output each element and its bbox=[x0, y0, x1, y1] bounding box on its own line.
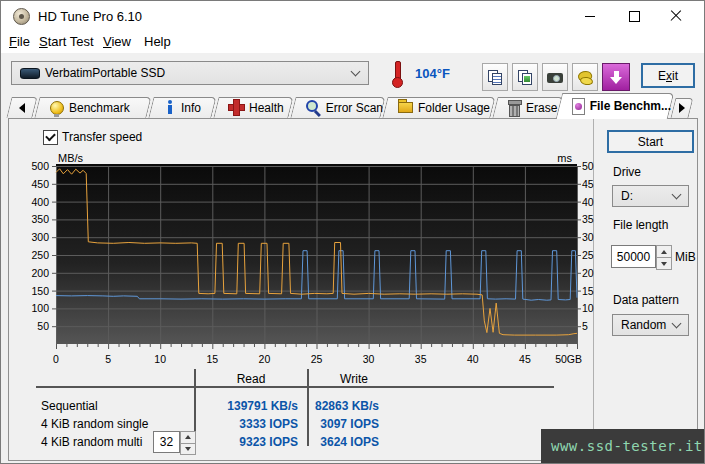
svg-text:5: 5 bbox=[582, 320, 588, 332]
chevron-down-icon bbox=[672, 319, 682, 329]
magnifier-icon bbox=[306, 100, 321, 115]
menu-view[interactable]: View bbox=[103, 34, 131, 49]
svg-text:30: 30 bbox=[582, 231, 594, 243]
queue-depth-stepper[interactable] bbox=[180, 431, 196, 455]
svg-text:0: 0 bbox=[53, 353, 59, 365]
tab-scroll-right-button[interactable] bbox=[673, 98, 691, 118]
copy-text-button[interactable] bbox=[482, 63, 508, 91]
maximize-icon bbox=[629, 11, 640, 22]
read-header: Read bbox=[206, 372, 296, 386]
svg-text:20: 20 bbox=[259, 353, 271, 365]
bulb-icon bbox=[50, 101, 64, 115]
svg-text:300: 300 bbox=[31, 231, 49, 243]
maximize-button[interactable] bbox=[618, 1, 650, 31]
write-value: 82863 KB/s bbox=[279, 399, 379, 413]
download-button[interactable] bbox=[602, 63, 630, 91]
menu-help[interactable]: Help bbox=[144, 34, 171, 49]
tab-benchmark[interactable]: Benchmark bbox=[37, 97, 149, 118]
camera-icon bbox=[547, 70, 563, 84]
data-pattern-value: Random bbox=[621, 318, 666, 332]
svg-text:50GB: 50GB bbox=[555, 353, 582, 365]
stepper-down-icon[interactable] bbox=[657, 258, 671, 269]
drive-selector-combobox[interactable]: VerbatimPortable SSD bbox=[11, 61, 369, 85]
transfer-speed-label: Transfer speed bbox=[62, 130, 142, 144]
svg-text:25: 25 bbox=[311, 353, 323, 365]
file-length-input[interactable]: 50000 bbox=[611, 245, 656, 268]
drive-value: D: bbox=[621, 189, 633, 203]
transfer-speed-checkbox[interactable] bbox=[43, 130, 58, 145]
chevron-down-icon bbox=[672, 190, 682, 200]
menu-file[interactable]: File bbox=[9, 34, 30, 49]
svg-text:35: 35 bbox=[415, 353, 427, 365]
left-arrow-icon bbox=[19, 103, 25, 113]
exit-button[interactable]: Exit bbox=[641, 63, 695, 88]
svg-text:30: 30 bbox=[363, 353, 375, 365]
data-pattern-combobox[interactable]: Random bbox=[612, 314, 689, 336]
tab-scroll-left-button[interactable] bbox=[9, 97, 35, 118]
menu-bar: File Start Test View Help bbox=[1, 31, 704, 53]
drive-label: Drive bbox=[613, 165, 641, 179]
file-length-stepper[interactable] bbox=[656, 245, 672, 270]
stepper-down-icon[interactable] bbox=[181, 444, 195, 455]
health-cross-icon bbox=[229, 100, 244, 115]
svg-text:45: 45 bbox=[519, 353, 531, 365]
tab-error-scan[interactable]: Error Scan bbox=[293, 97, 383, 118]
close-button[interactable] bbox=[660, 1, 692, 31]
row-label: 4 KiB random single bbox=[41, 417, 148, 431]
row-label: Sequential bbox=[41, 399, 98, 413]
data-pattern-label: Data pattern bbox=[613, 293, 679, 307]
donate-button[interactable] bbox=[572, 63, 598, 91]
start-button[interactable]: Start bbox=[607, 130, 694, 153]
right-arrow-icon bbox=[679, 103, 685, 113]
tab-file-benchmark[interactable]: File Benchm... bbox=[559, 93, 671, 119]
svg-text:400: 400 bbox=[31, 196, 49, 208]
svg-text:450: 450 bbox=[31, 178, 49, 190]
file-benchmark-icon bbox=[572, 98, 585, 115]
write-value: 3097 IOPS bbox=[279, 417, 379, 431]
svg-text:45: 45 bbox=[582, 178, 594, 190]
svg-text:200: 200 bbox=[31, 267, 49, 279]
folder-icon bbox=[398, 102, 413, 115]
tab-folder-usage[interactable]: Folder Usage bbox=[385, 97, 493, 118]
table-header-underline bbox=[36, 386, 554, 388]
disk-icon bbox=[20, 68, 40, 79]
write-header: Write bbox=[309, 372, 399, 386]
app-icon bbox=[13, 8, 30, 25]
close-icon bbox=[670, 10, 682, 22]
svg-text:150: 150 bbox=[31, 285, 49, 297]
minimize-button[interactable] bbox=[574, 1, 606, 31]
row-label: 4 KiB random multi bbox=[41, 435, 142, 449]
tab-erase[interactable]: Erase bbox=[495, 97, 561, 118]
svg-text:350: 350 bbox=[31, 213, 49, 225]
stepper-up-icon[interactable] bbox=[181, 432, 195, 444]
thermometer-icon[interactable] bbox=[390, 61, 404, 88]
svg-text:40: 40 bbox=[582, 196, 594, 208]
copy-image-button[interactable] bbox=[512, 63, 538, 91]
svg-text:ms: ms bbox=[557, 152, 572, 164]
svg-text:25: 25 bbox=[582, 249, 594, 261]
hands-icon bbox=[577, 70, 593, 85]
file-length-unit: MiB bbox=[675, 250, 696, 264]
app-window: HD Tune Pro 6.10 File Start Test View He… bbox=[0, 0, 705, 464]
tab-info[interactable]: Info bbox=[151, 97, 214, 118]
svg-text:10: 10 bbox=[154, 353, 166, 365]
info-icon bbox=[164, 100, 176, 115]
file-length-label: File length bbox=[613, 218, 668, 232]
svg-text:20: 20 bbox=[582, 267, 594, 279]
queue-depth-input[interactable]: 32 bbox=[153, 431, 180, 453]
svg-text:35: 35 bbox=[582, 213, 594, 225]
svg-text:50: 50 bbox=[582, 160, 594, 172]
temperature-value: 104°F bbox=[415, 66, 450, 81]
tab-health[interactable]: Health bbox=[216, 97, 291, 118]
drive-combobox[interactable]: D: bbox=[612, 185, 689, 207]
watermark: www.ssd-tester.it bbox=[541, 429, 704, 463]
transfer-speed-chart: 5004504003503002502001501005050454035302… bbox=[1, 149, 601, 369]
screenshot-button[interactable] bbox=[542, 63, 568, 91]
minimize-icon bbox=[585, 16, 595, 17]
copy-text-icon bbox=[488, 70, 502, 85]
svg-text:10: 10 bbox=[582, 302, 594, 314]
svg-text:5: 5 bbox=[105, 353, 111, 365]
window-title: HD Tune Pro 6.10 bbox=[38, 9, 142, 24]
stepper-up-icon[interactable] bbox=[657, 246, 671, 258]
menu-start-test[interactable]: Start Test bbox=[39, 34, 94, 49]
